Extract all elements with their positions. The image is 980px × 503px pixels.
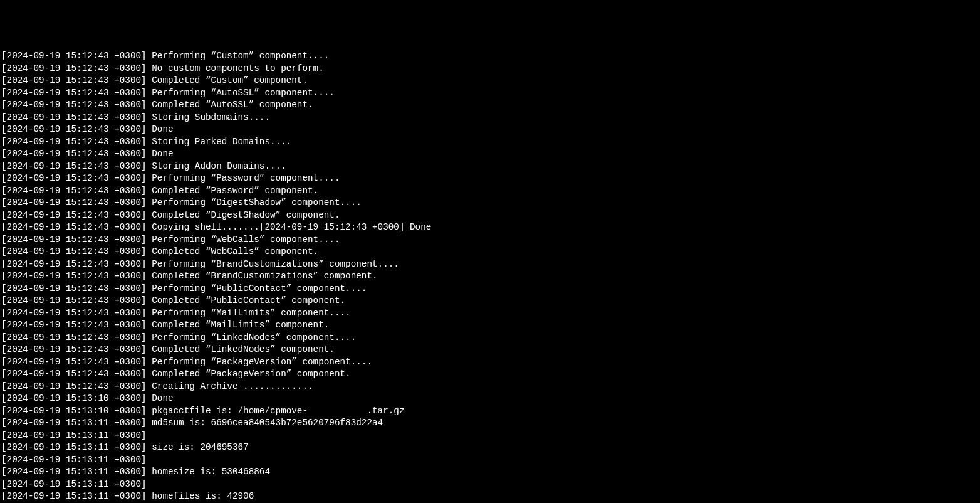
log-line: [2024-09-19 15:12:43 +0300] Completed “M… (1, 319, 979, 332)
log-line: [2024-09-19 15:12:43 +0300] Performing “… (1, 172, 979, 185)
log-line: [2024-09-19 15:12:43 +0300] Storing Subd… (1, 112, 979, 124)
log-line: [2024-09-19 15:13:11 +0300] (1, 430, 979, 442)
log-line: [2024-09-19 15:12:43 +0300] Completed “P… (1, 295, 979, 307)
log-line: [2024-09-19 15:13:11 +0300] (1, 479, 979, 491)
log-line: [2024-09-19 15:12:43 +0300] Completed “B… (1, 270, 979, 283)
log-line: [2024-09-19 15:12:43 +0300] Done (1, 124, 979, 136)
log-line: [2024-09-19 15:12:43 +0300] Completed “C… (1, 75, 979, 87)
log-line: [2024-09-19 15:12:43 +0300] Done (1, 148, 979, 161)
log-line: [2024-09-19 15:13:11 +0300] size is: 204… (1, 442, 979, 454)
log-line: [2024-09-19 15:12:43 +0300] Performing “… (1, 258, 979, 271)
log-line: [2024-09-19 15:12:43 +0300] Performing “… (1, 197, 979, 209)
log-line: [2024-09-19 15:12:43 +0300] Creating Arc… (1, 381, 979, 393)
log-line: [2024-09-19 15:12:43 +0300] Performing “… (1, 87, 979, 100)
log-line: [2024-09-19 15:12:43 +0300] Performing “… (1, 283, 979, 295)
log-line: [2024-09-19 15:13:11 +0300] homefiles is… (1, 490, 979, 503)
log-line: [2024-09-19 15:12:43 +0300] Performing “… (1, 234, 979, 246)
log-line: [2024-09-19 15:12:43 +0300] Copying shel… (1, 221, 979, 234)
log-line: [2024-09-19 15:13:11 +0300] homesize is:… (1, 466, 979, 479)
log-line: [2024-09-19 15:13:10 +0300] pkgacctfile … (1, 405, 979, 418)
log-line: [2024-09-19 15:12:43 +0300] Performing “… (1, 307, 979, 320)
log-line: [2024-09-19 15:12:43 +0300] Storing Addo… (1, 161, 979, 173)
log-line: [2024-09-19 15:12:43 +0300] Performing “… (1, 356, 979, 369)
log-line: [2024-09-19 15:12:43 +0300] Completed “L… (1, 344, 979, 356)
log-line: [2024-09-19 15:12:43 +0300] Completed “D… (1, 209, 979, 222)
log-line: [2024-09-19 15:12:43 +0300] Completed “A… (1, 99, 979, 112)
log-line: [2024-09-19 15:13:10 +0300] Done (1, 393, 979, 405)
log-line: [2024-09-19 15:12:43 +0300] No custom co… (1, 63, 979, 75)
log-line: [2024-09-19 15:12:43 +0300] Completed “W… (1, 246, 979, 258)
log-line: [2024-09-19 15:12:43 +0300] Performing “… (1, 50, 979, 63)
log-line: [2024-09-19 15:12:43 +0300] Completed “P… (1, 185, 979, 198)
log-line: [2024-09-19 15:12:43 +0300] Storing Park… (1, 136, 979, 149)
log-line: [2024-09-19 15:12:43 +0300] Completed “P… (1, 368, 979, 381)
log-line: [2024-09-19 15:13:11 +0300] (1, 454, 979, 467)
log-line: [2024-09-19 15:13:11 +0300] md5sum is: 6… (1, 417, 979, 430)
terminal-output[interactable]: [2024-09-19 15:12:43 +0300] Performing “… (1, 50, 979, 503)
log-line: [2024-09-19 15:12:43 +0300] Performing “… (1, 332, 979, 344)
